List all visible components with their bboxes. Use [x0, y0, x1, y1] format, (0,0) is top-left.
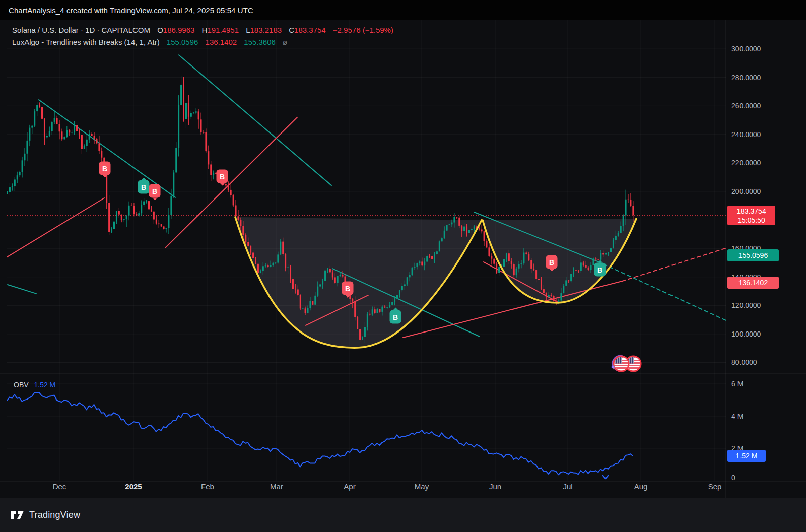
time-tick-label: Apr	[344, 482, 355, 491]
upper-trendline-badge: 155.0596	[727, 249, 779, 261]
ohlc-open-label: O	[157, 26, 163, 34]
chart-canvas[interactable]	[0, 20, 806, 498]
indicator-mid-value: 155.3606	[244, 38, 276, 46]
obv-value: 1.52 M	[34, 381, 55, 389]
lower-trendline-badge: 136.1402	[727, 277, 779, 289]
time-tick-label: Aug	[634, 482, 648, 491]
ohlc-high-value: 191.4951	[207, 26, 239, 34]
last-price-value: 183.3754	[736, 207, 766, 216]
sparkle-icon: ✦	[610, 363, 617, 372]
break-label-red: B	[99, 162, 111, 175]
price-tick-label: 200.0000	[731, 187, 761, 195]
ohlc-low-value: 183.2183	[250, 26, 282, 34]
break-label-red: B	[342, 282, 354, 295]
price-tick-label: 120.0000	[731, 301, 761, 309]
lower-trendline-value: 136.1402	[738, 278, 768, 287]
indicator-upper-value: 155.0596	[167, 38, 198, 46]
indicator-row[interactable]: LuxAlgo - Trendlines with Breaks (14, 1,…	[12, 38, 393, 46]
last-price-badge: 183.3754 15:05:50	[727, 206, 775, 225]
price-tick-label: 100.0000	[731, 330, 761, 338]
bar-countdown: 15:05:50	[737, 216, 765, 225]
time-tick-label: Mar	[270, 482, 283, 491]
indicator-name: LuxAlgo - Trendlines with Breaks (14, 1,…	[12, 38, 160, 46]
chart-widget[interactable]: Solana / U.S. Dollar · 1D · CAPITALCOM O…	[0, 20, 806, 498]
ohlc-close-value: 183.3754	[294, 26, 326, 34]
time-tick-label: Jun	[489, 482, 501, 491]
price-tick-label: 80.0000	[731, 358, 757, 366]
time-tick-label: 2025	[125, 482, 142, 491]
price-tick-label: 280.0000	[731, 74, 761, 82]
obv-tick-label: 0	[731, 474, 735, 482]
symbol-title: Solana / U.S. Dollar · 1D · CAPITALCOM	[12, 26, 150, 34]
obv-tick-label: 6 M	[731, 380, 743, 388]
tradingview-screenshot: ChartAnalysis_4 created with TradingView…	[0, 0, 806, 532]
break-label-teal: B	[390, 310, 401, 324]
obv-badge-value: 1.52 M	[736, 451, 758, 460]
chevron-down-icon[interactable]	[602, 473, 609, 482]
legend: Solana / U.S. Dollar · 1D · CAPITALCOM O…	[12, 26, 393, 46]
indicator-lower-value: 136.1402	[206, 38, 237, 46]
break-label-teal: B	[594, 263, 606, 277]
obv-value-badge: 1.52 M	[727, 450, 766, 462]
upper-trendline-value: 155.0596	[738, 251, 768, 260]
break-label-red: B	[217, 170, 228, 183]
break-label-red: B	[149, 184, 161, 198]
obv-legend[interactable]: OBV 1.52 M	[14, 381, 55, 389]
change-value: −2.9576 (−1.59%)	[333, 26, 393, 34]
footer-bar: TradingView	[0, 498, 806, 532]
time-tick-label: May	[415, 482, 429, 491]
price-tick-label: 220.0000	[731, 159, 761, 167]
price-tick-label: 300.0000	[731, 45, 761, 53]
price-tick-label: 240.0000	[731, 130, 761, 139]
obv-tick-label: 4 M	[731, 412, 743, 420]
time-tick-label: Jul	[563, 482, 572, 491]
tradingview-logo-icon[interactable]	[10, 509, 24, 521]
indicator-avg-symbol: ø	[283, 38, 287, 46]
ohlc-low-label: L	[246, 26, 250, 34]
symbol-row[interactable]: Solana / U.S. Dollar · 1D · CAPITALCOM O…	[12, 26, 393, 34]
tradingview-brand-text[interactable]: TradingView	[29, 510, 80, 520]
break-label-teal: B	[138, 180, 150, 194]
ohlc-open-value: 186.9963	[163, 26, 195, 34]
title-bar: ChartAnalysis_4 created with TradingView…	[0, 0, 806, 20]
time-tick-label: Dec	[53, 482, 66, 491]
ohlc-close-label: C	[289, 26, 294, 34]
obv-label: OBV	[14, 381, 29, 389]
time-tick-label: Sep	[708, 482, 722, 491]
time-tick-label: Feb	[201, 482, 214, 491]
break-label-red: B	[546, 255, 558, 269]
title-bar-text: ChartAnalysis_4 created with TradingView…	[9, 6, 253, 15]
price-tick-label: 260.0000	[731, 102, 761, 110]
ohlc-high-label: H	[202, 26, 208, 34]
